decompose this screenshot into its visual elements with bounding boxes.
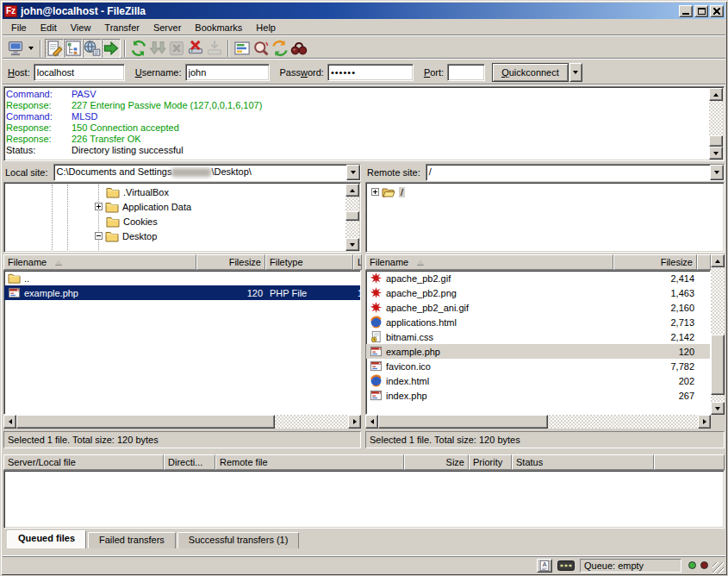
scroll-left-button[interactable] (365, 415, 378, 429)
menu-file[interactable]: File (4, 21, 34, 34)
tab-successful-transfers-1-[interactable]: Successful transfers (1) (177, 532, 300, 548)
folder-open-icon (382, 185, 399, 199)
remote-site-combobox[interactable]: / (426, 164, 725, 181)
local-tree-scrollbar[interactable] (345, 184, 359, 251)
scroll-left-button[interactable] (3, 415, 16, 429)
transfer-type-ascii-icon[interactable]: A (537, 559, 552, 573)
disconnect-button[interactable] (186, 39, 205, 58)
filter-button[interactable] (233, 39, 252, 58)
tree-item-root[interactable]: / (368, 185, 722, 199)
queue-column-remote-file[interactable]: Remote file (215, 454, 404, 470)
column-header-filesize[interactable]: Filesize (613, 254, 697, 270)
synchronized-browsing-button[interactable] (271, 39, 289, 58)
directory-comparison-button[interactable] (252, 39, 271, 58)
close-button[interactable] (710, 5, 724, 17)
scroll-down-button[interactable] (709, 147, 723, 160)
password-input[interactable] (327, 64, 414, 81)
toggle-message-log-button[interactable] (45, 39, 64, 58)
scroll-up-button[interactable] (711, 254, 725, 267)
scrollbar-thumb[interactable] (378, 415, 548, 429)
queue-column-size[interactable]: Size (404, 454, 469, 470)
menu-server[interactable]: Server (146, 21, 188, 34)
toggle-queue-button[interactable] (102, 39, 121, 58)
speed-limits-icon[interactable] (556, 559, 576, 573)
file-row[interactable]: example.php120PHP File1 (4, 285, 360, 300)
quickconnect-button[interactable]: Quickconnect (492, 63, 569, 82)
queue-column-status[interactable]: Status (512, 454, 654, 470)
local-list-hscrollbar[interactable] (3, 415, 361, 429)
menu-edit[interactable]: Edit (34, 21, 64, 34)
menu-bookmarks[interactable]: Bookmarks (188, 21, 249, 34)
scroll-down-button[interactable] (345, 238, 359, 251)
host-input[interactable] (34, 64, 125, 81)
file-row[interactable]: index.php267 (366, 388, 710, 403)
tab-failed-transfers[interactable]: Failed transfers (88, 532, 176, 548)
menu-view[interactable]: View (64, 21, 98, 34)
tree-item-cookies[interactable]: Cookies (6, 214, 345, 229)
file-row[interactable]: index.html202 (366, 373, 710, 388)
scroll-right-button[interactable] (698, 415, 711, 429)
column-header-blank[interactable] (697, 254, 711, 270)
file-row[interactable]: example.php120 (366, 344, 710, 359)
column-header-l[interactable]: L (353, 254, 362, 270)
message-log-scrollbar[interactable] (709, 88, 723, 160)
file-row[interactable]: applications.html2,713 (366, 315, 710, 329)
remote-list-scrollbar[interactable] (711, 254, 725, 415)
maximize-button[interactable] (694, 5, 708, 17)
column-header-filetype[interactable]: Filetype (265, 254, 353, 270)
file-row[interactable]: apache_pb2_ani.gif2,160 (366, 300, 710, 315)
queue-body[interactable] (3, 470, 725, 529)
expand-icon[interactable] (95, 203, 103, 210)
scrollbar-thumb[interactable] (16, 415, 275, 429)
message-log: Command:PASVResponse:227 Entering Passiv… (3, 86, 725, 161)
site-manager-dropdown-button[interactable] (25, 39, 36, 58)
file-row[interactable]: .. (4, 271, 360, 285)
title-bar[interactable]: Fz john@localhost - FileZilla (3, 3, 725, 19)
local-site-combobox[interactable]: C:\Documents and Settings\Desktop\ (53, 164, 361, 181)
tree-item--virtualbox[interactable]: .VirtualBox (6, 185, 345, 199)
file-row[interactable]: favicon.ico7,782 (366, 359, 710, 373)
scrollbar-thumb[interactable] (711, 335, 725, 395)
site-manager-button[interactable] (6, 39, 25, 58)
toggle-remote-tree-button[interactable] (83, 39, 102, 58)
refresh-button[interactable] (129, 39, 148, 58)
resize-grip[interactable] (712, 562, 724, 573)
scrollbar-thumb[interactable] (709, 135, 723, 147)
expand-icon[interactable] (371, 188, 379, 196)
file-row[interactable]: apache_pb2.png1,463 (366, 285, 710, 300)
cancel-operation-button[interactable] (167, 39, 186, 58)
scroll-right-button[interactable] (348, 415, 361, 429)
port-input[interactable] (447, 64, 485, 81)
tab-queued-files[interactable]: Queued files (7, 530, 86, 548)
remote-site-dropdown-button[interactable] (710, 165, 724, 180)
menu-transfer[interactable]: Transfer (97, 21, 146, 34)
tree-item-desktop[interactable]: Desktop (6, 229, 345, 243)
file-row[interactable]: bitnami.css2,142 (366, 329, 710, 344)
tree-item-application-data[interactable]: Application Data (6, 199, 345, 214)
process-queue-button[interactable] (148, 39, 167, 58)
column-header-filesize[interactable]: Filesize (196, 254, 265, 270)
file-row[interactable]: apache_pb2.gif2,414 (366, 271, 710, 285)
username-input[interactable] (185, 64, 270, 81)
scroll-up-button[interactable] (709, 88, 723, 101)
quickconnect-dropdown-button[interactable] (569, 63, 582, 82)
scrollbar-thumb[interactable] (345, 211, 359, 221)
queue-column-directi-[interactable]: Directi... (164, 454, 215, 470)
filename-cell: index.php (366, 389, 614, 403)
scroll-down-button[interactable] (711, 402, 725, 415)
password-label: Password: (280, 67, 324, 78)
find-files-button[interactable] (289, 39, 308, 58)
menu-help[interactable]: Help (249, 21, 283, 34)
collapse-icon[interactable] (95, 232, 103, 240)
toggle-local-tree-button[interactable] (64, 39, 83, 58)
remote-list-hscrollbar[interactable] (365, 415, 711, 429)
minimize-button[interactable] (679, 5, 693, 17)
column-header-filename[interactable]: Filename (3, 254, 196, 270)
reconnect-button[interactable] (205, 39, 224, 58)
queue-column-blank[interactable] (654, 454, 725, 470)
scroll-up-button[interactable] (345, 184, 359, 197)
column-header-filename[interactable]: Filename (365, 254, 613, 270)
local-site-dropdown-button[interactable] (346, 165, 360, 180)
queue-column-server-local-file[interactable]: Server/Local file (3, 454, 164, 470)
queue-column-priority[interactable]: Priority (469, 454, 512, 470)
